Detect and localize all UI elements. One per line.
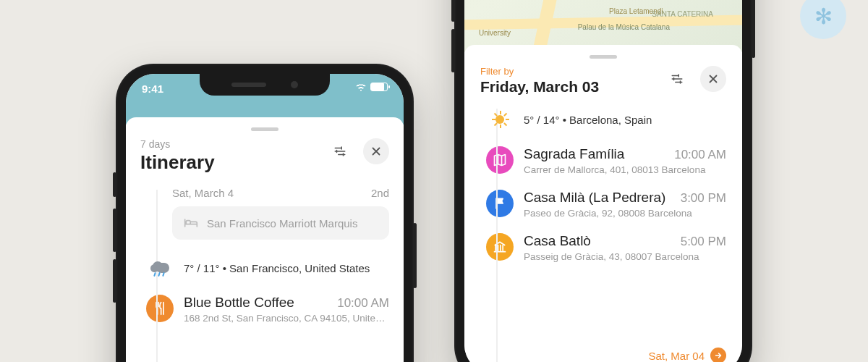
event-name: Casa Milà (La Pedrera) <box>524 190 665 206</box>
close-button[interactable] <box>363 138 389 164</box>
sliders-icon <box>671 72 684 85</box>
filter-subtitle: Filter by <box>480 66 599 77</box>
event-time: 10:00 AM <box>337 296 389 311</box>
close-icon <box>707 72 720 85</box>
event-item[interactable]: Sagrada Família 10:00 AM Carrer de Mallo… <box>486 146 726 175</box>
rain-icon <box>146 254 174 282</box>
hotel-name: San Francisco Marriott Marquis <box>207 217 357 230</box>
utensils-icon <box>153 301 167 316</box>
map-icon <box>493 153 507 167</box>
landmark-icon <box>493 240 507 254</box>
event-time: 3:00 PM <box>681 191 726 206</box>
event-name: Blue Bottle Coffee <box>184 295 294 311</box>
event-time: 5:00 PM <box>681 235 726 249</box>
close-button[interactable] <box>700 66 726 92</box>
sheet-grabber[interactable] <box>590 55 617 59</box>
sheet-grabber[interactable] <box>251 127 278 131</box>
page-title: Itinerary <box>140 151 215 174</box>
battery-icon <box>370 83 388 91</box>
next-day-label: Sat, Mar 04 <box>648 350 705 362</box>
weather-row: 7° / 11° • San Francisco, United States <box>146 254 389 282</box>
event-item[interactable]: Casa Batlò 5:00 PM Passeig de Gràcia, 43… <box>486 233 726 262</box>
decorative-snowflake-badge: ✻ <box>800 0 846 39</box>
phone-mockup-left: 9:41 7 days Itinerary <box>116 64 414 362</box>
weather-text: 5° / 14° • Barcelona, Spain <box>524 114 652 126</box>
day-title: Friday, March 03 <box>480 78 599 96</box>
status-time: 9:41 <box>142 83 163 95</box>
day-label: Sat, March 4 <box>172 187 234 199</box>
sliders-icon <box>333 145 346 158</box>
event-category-pin <box>486 146 514 174</box>
event-address: 168 2nd St, San Francisco, CA 94105, Uni… <box>184 313 389 324</box>
event-item[interactable]: Casa Milà (La Pedrera) 3:00 PM Paseo de … <box>486 190 726 219</box>
map-poi-label: Palau de la Música Catalana <box>578 23 670 31</box>
phone-mockup-right: Plaza Letamendi University Palau de la M… <box>454 0 752 362</box>
event-category-pin <box>486 190 514 217</box>
bed-icon <box>184 216 198 230</box>
next-day-button[interactable]: Sat, Mar 04 <box>648 348 726 362</box>
phone-notch <box>200 74 330 96</box>
arrow-right-icon <box>710 348 726 362</box>
event-time: 10:00 AM <box>674 148 726 162</box>
map-poi-label: University <box>479 29 511 37</box>
itinerary-sheet: 7 days Itinerary Sat, March 4 2nd <box>126 117 404 362</box>
event-address: Passeig de Gràcia, 43, 08007 Barcelona <box>524 251 726 262</box>
close-icon <box>370 145 383 158</box>
duration-subtitle: 7 days <box>140 138 215 150</box>
hotel-chip[interactable]: San Francisco Marriott Marquis <box>172 206 389 240</box>
day-sheet: Filter by Friday, March 03 <box>464 45 742 362</box>
event-item[interactable]: Blue Bottle Coffee 10:00 AM 168 2nd St, … <box>146 295 389 324</box>
wifi-icon <box>355 83 367 91</box>
event-category-pin <box>146 295 174 322</box>
event-address: Carrer de Mallorca, 401, 08013 Barcelona <box>524 164 726 175</box>
sun-icon <box>486 106 514 133</box>
event-name: Sagrada Família <box>524 146 624 162</box>
map-area-label: SANTA CATERINA <box>652 10 713 18</box>
filter-button[interactable] <box>664 66 690 92</box>
day-ordinal: 2nd <box>371 187 389 199</box>
weather-text: 7° / 11° • San Francisco, United States <box>184 262 370 274</box>
flag-icon <box>493 196 507 211</box>
event-name: Casa Batlò <box>524 233 591 249</box>
event-address: Paseo de Gràcia, 92, 08008 Barcelona <box>524 208 726 219</box>
event-category-pin <box>486 233 514 261</box>
weather-row: 5° / 14° • Barcelona, Spain <box>486 106 726 133</box>
filter-button[interactable] <box>327 138 353 164</box>
